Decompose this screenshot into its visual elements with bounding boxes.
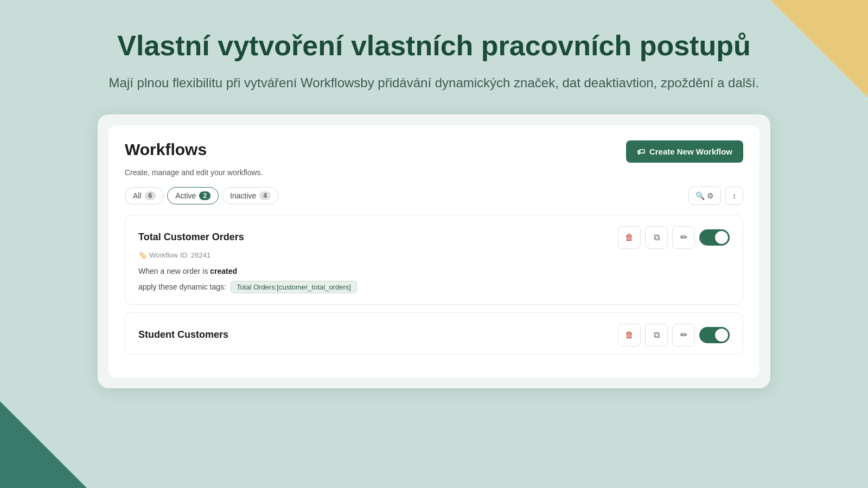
inactive-count-badge: 4 [259,191,271,200]
filter-actions: 🔍 ⚙ ↕ [688,187,743,205]
page-title: Workflows [125,140,207,159]
tab-inactive[interactable]: Inactive 4 [222,187,279,204]
edit-button-0[interactable]: ✏ [672,226,695,249]
hero-subtitle: Mají plnou flexibilitu při vytváření Wor… [108,73,760,93]
tag-badge-0: Total Orders:[customer_total_orders] [231,281,357,293]
search-icon: 🔍 [695,191,705,200]
tag-icon: 🏷 [637,147,645,156]
workflow-name-1: Student Customers [138,329,228,341]
main-card-container: Workflows 🏷 Create New Workflow Create, … [98,114,770,388]
trash-icon-1: 🗑 [625,330,634,340]
workflow-card-header-1: Student Customers 🗑 ⧉ ✏ [138,324,730,346]
tab-active[interactable]: Active 2 [167,187,219,204]
copy-button-0[interactable]: ⧉ [645,226,668,249]
pencil-icon-1: ✏ [680,330,687,340]
workflow-name-0: Total Customer Orders [138,232,244,243]
delete-button-1[interactable]: 🗑 [618,324,641,346]
inner-card: Workflows 🏷 Create New Workflow Create, … [108,125,760,377]
workflow-trigger-0: When a new order is created [138,267,730,275]
toggle-1[interactable] [699,327,730,343]
workflow-actions-0: 🗑 ⧉ ✏ [618,226,730,249]
delete-button-0[interactable]: 🗑 [618,226,641,249]
workflows-header: Workflows 🏷 Create New Workflow [125,140,743,163]
create-workflow-button[interactable]: 🏷 Create New Workflow [626,140,743,163]
hero-section: Vlastní vytvoření vlastních pracovních p… [0,0,868,114]
filter-icon: ⚙ [707,191,714,200]
sort-icon: ↕ [732,191,736,200]
copy-icon: ⧉ [654,233,660,242]
workflow-id-0: 🏷️ Workflow ID: 26241 [138,251,730,259]
sort-button[interactable]: ↕ [725,187,743,205]
hero-title: Vlastní vytvoření vlastních pracovních p… [108,30,760,62]
workflows-description: Create, manage and edit your workflows. [125,168,743,177]
active-count-badge: 2 [199,191,210,200]
all-count-badge: 6 [145,191,156,200]
emoji-icon-0: 🏷️ [138,251,147,259]
title-group: Workflows [125,140,207,159]
search-filter-button[interactable]: 🔍 ⚙ [688,187,721,205]
copy-icon-1: ⧉ [654,330,660,340]
toggle-thumb-0 [715,231,728,244]
toggle-thumb-1 [715,329,728,342]
pencil-icon: ✏ [680,232,687,242]
filter-tabs: All 6 Active 2 Inactive 4 [125,187,279,204]
workflow-card-0: Total Customer Orders 🗑 ⧉ ✏ [125,215,743,305]
tab-all[interactable]: All 6 [125,187,164,204]
workflow-actions-1: 🗑 ⧉ ✏ [618,324,730,346]
toggle-track-1 [699,327,730,343]
workflow-card-1: Student Customers 🗑 ⧉ ✏ [125,312,743,355]
toggle-track-0 [699,229,730,246]
copy-button-1[interactable]: ⧉ [645,324,668,346]
decorative-corner-green [0,401,87,488]
toggle-0[interactable] [699,229,730,246]
edit-button-1[interactable]: ✏ [672,324,695,346]
workflow-card-header-0: Total Customer Orders 🗑 ⧉ ✏ [138,226,730,249]
workflow-tags-row-0: apply these dynamic tags: Total Orders:[… [138,281,730,293]
filter-row: All 6 Active 2 Inactive 4 🔍 ⚙ ↕ [125,187,743,205]
trash-icon: 🗑 [625,233,634,242]
